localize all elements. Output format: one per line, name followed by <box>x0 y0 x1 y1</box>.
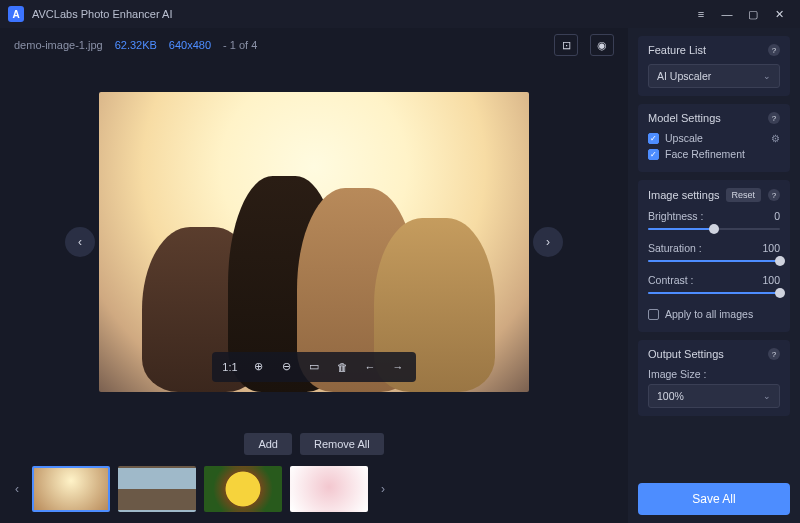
thumbnail-2[interactable] <box>118 466 196 512</box>
thumbnail-strip: ‹ › <box>4 461 624 517</box>
output-settings-title: Output Settings <box>648 348 724 360</box>
zoom-in-icon[interactable]: ⊕ <box>246 356 270 378</box>
delete-icon[interactable]: 🗑 <box>330 356 354 378</box>
feature-list-title: Feature List <box>648 44 706 56</box>
apply-all-label: Apply to all images <box>665 308 753 320</box>
info-bar: demo-image-1.jpg 62.32KB 640x480 - 1 of … <box>4 32 624 58</box>
thumbnail-4[interactable] <box>290 466 368 512</box>
titlebar: A AVCLabs Photo Enhancer AI ≡ — ▢ ✕ <box>0 0 800 28</box>
undo-icon[interactable]: ← <box>358 356 382 378</box>
thumb-prev-button[interactable]: ‹ <box>10 469 24 509</box>
image-settings-panel: Image settings Reset ? Brightness :0 Sat… <box>638 180 790 332</box>
brightness-value: 0 <box>774 210 780 222</box>
minimize-button[interactable]: — <box>714 4 740 24</box>
image-size-value: 100% <box>657 390 684 402</box>
saturation-label: Saturation : <box>648 242 702 254</box>
preview-icon[interactable]: ◉ <box>590 34 614 56</box>
brightness-label: Brightness : <box>648 210 703 222</box>
output-help-icon[interactable]: ? <box>768 348 780 360</box>
image-size-select[interactable]: 100% ⌄ <box>648 384 780 408</box>
saturation-value: 100 <box>762 242 780 254</box>
app-window: A AVCLabs Photo Enhancer AI ≡ — ▢ ✕ demo… <box>0 0 800 523</box>
prev-image-button[interactable]: ‹ <box>65 227 95 257</box>
remove-all-button[interactable]: Remove All <box>300 433 384 455</box>
filesize: 62.32KB <box>115 39 157 51</box>
model-settings-title: Model Settings <box>648 112 721 124</box>
app-logo-icon: A <box>8 6 24 22</box>
dimensions: 640x480 <box>169 39 211 51</box>
stage-toolbar: 1:1 ⊕ ⊖ ▭ 🗑 ← → <box>212 352 416 382</box>
side-panel: Feature List? AI Upscaler ⌄ Model Settin… <box>628 28 800 523</box>
close-button[interactable]: ✕ <box>766 4 792 24</box>
thumbnail-1[interactable] <box>32 466 110 512</box>
fit-icon[interactable]: ▭ <box>302 356 326 378</box>
thumbnail-3[interactable] <box>204 466 282 512</box>
ratio-button[interactable]: 1:1 <box>218 356 242 378</box>
upscale-settings-icon[interactable]: ⚙ <box>771 133 780 144</box>
next-image-button[interactable]: › <box>533 227 563 257</box>
menu-icon[interactable]: ≡ <box>688 4 714 24</box>
model-settings-panel: Model Settings? ✓ Upscale ⚙ ✓ Face Refin… <box>638 104 790 172</box>
save-all-button[interactable]: Save All <box>638 483 790 515</box>
face-refinement-label: Face Refinement <box>665 148 745 160</box>
image-canvas[interactable]: 1:1 ⊕ ⊖ ▭ 🗑 ← → <box>99 92 529 392</box>
apply-all-checkbox[interactable] <box>648 309 659 320</box>
contrast-value: 100 <box>762 274 780 286</box>
maximize-button[interactable]: ▢ <box>740 4 766 24</box>
upscale-label: Upscale <box>665 132 703 144</box>
feature-select-value: AI Upscaler <box>657 70 711 82</box>
upscale-checkbox[interactable]: ✓ <box>648 133 659 144</box>
face-refinement-checkbox[interactable]: ✓ <box>648 149 659 160</box>
feature-select[interactable]: AI Upscaler ⌄ <box>648 64 780 88</box>
body: demo-image-1.jpg 62.32KB 640x480 - 1 of … <box>0 28 800 523</box>
redo-icon[interactable]: → <box>386 356 410 378</box>
thumbnail-actions: Add Remove All <box>4 425 624 461</box>
image-counter: - 1 of 4 <box>223 39 257 51</box>
feature-help-icon[interactable]: ? <box>768 44 780 56</box>
app-title: AVCLabs Photo Enhancer AI <box>32 8 172 20</box>
crop-icon[interactable]: ⊡ <box>554 34 578 56</box>
stage: ‹ 1:1 ⊕ ⊖ ▭ 🗑 ← → › <box>4 58 624 425</box>
image-settings-title: Image settings <box>648 189 720 201</box>
add-button[interactable]: Add <box>244 433 292 455</box>
zoom-out-icon[interactable]: ⊖ <box>274 356 298 378</box>
chevron-down-icon: ⌄ <box>763 391 771 401</box>
brightness-slider[interactable] <box>648 222 780 236</box>
feature-list-panel: Feature List? AI Upscaler ⌄ <box>638 36 790 96</box>
thumb-next-button[interactable]: › <box>376 469 390 509</box>
contrast-slider[interactable] <box>648 286 780 300</box>
image-size-label: Image Size : <box>648 368 780 380</box>
contrast-label: Contrast : <box>648 274 694 286</box>
output-settings-panel: Output Settings? Image Size : 100% ⌄ <box>638 340 790 416</box>
filename: demo-image-1.jpg <box>14 39 103 51</box>
image-settings-help-icon[interactable]: ? <box>768 189 780 201</box>
main-area: demo-image-1.jpg 62.32KB 640x480 - 1 of … <box>0 28 628 523</box>
saturation-slider[interactable] <box>648 254 780 268</box>
reset-button[interactable]: Reset <box>726 188 762 202</box>
chevron-down-icon: ⌄ <box>763 71 771 81</box>
model-help-icon[interactable]: ? <box>768 112 780 124</box>
